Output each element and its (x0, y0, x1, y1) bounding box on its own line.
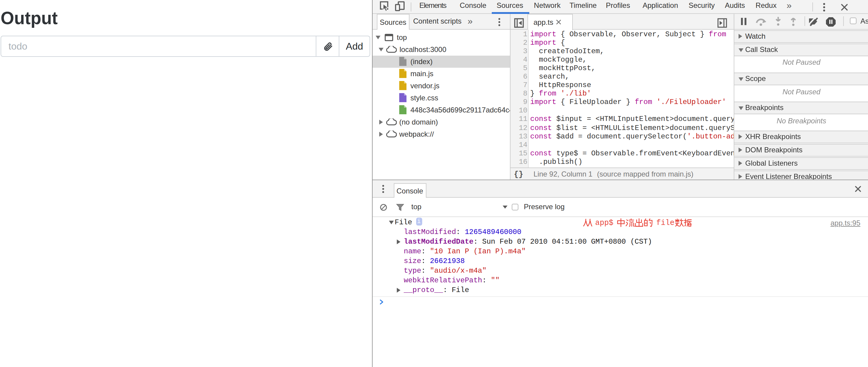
svg-text:file: file (656, 219, 674, 227)
svg-text:app$: app$ (595, 219, 613, 227)
